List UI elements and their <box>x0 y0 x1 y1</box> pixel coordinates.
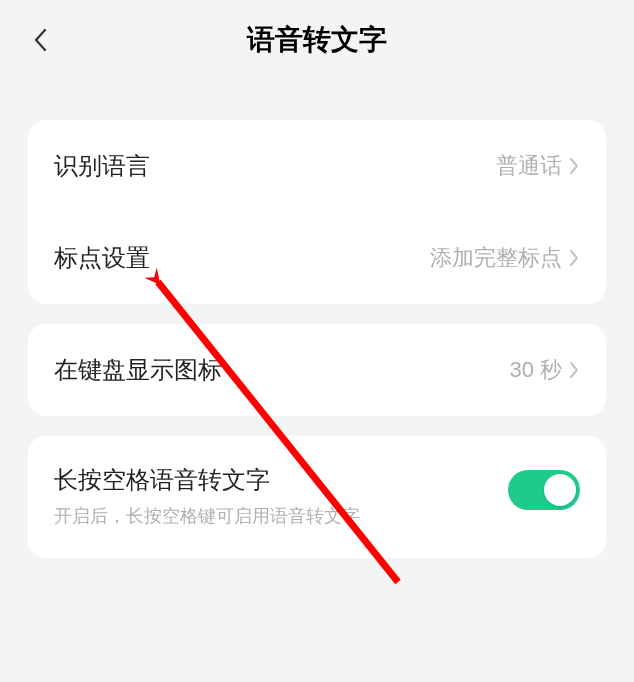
toggle-switch[interactable] <box>508 470 580 510</box>
settings-group-3: 长按空格语音转文字 开启后，长按空格键可启用语音转文字 <box>28 436 606 558</box>
row-label: 识别语言 <box>54 150 496 182</box>
row-label: 在键盘显示图标 <box>54 354 509 386</box>
row-punctuation-settings[interactable]: 标点设置 添加完整标点 <box>28 212 606 304</box>
row-value: 普通话 <box>496 151 562 181</box>
row-value: 添加完整标点 <box>430 243 562 273</box>
settings-group-2: 在键盘显示图标 30 秒 <box>28 324 606 416</box>
toggle-subtitle: 开启后，长按空格键可启用语音转文字 <box>54 504 508 528</box>
chevron-right-icon <box>568 156 580 176</box>
row-value: 30 秒 <box>509 355 562 385</box>
chevron-right-icon <box>568 248 580 268</box>
row-longpress-space-voice: 长按空格语音转文字 开启后，长按空格键可启用语音转文字 <box>28 436 606 558</box>
row-keyboard-icon-display[interactable]: 在键盘显示图标 30 秒 <box>28 324 606 416</box>
row-recognition-language[interactable]: 识别语言 普通话 <box>28 120 606 212</box>
chevron-right-icon <box>568 360 580 380</box>
settings-group-1: 识别语言 普通话 标点设置 添加完整标点 <box>28 120 606 304</box>
back-button[interactable] <box>24 24 56 56</box>
switch-knob <box>544 474 576 506</box>
page-title: 语音转文字 <box>24 21 610 59</box>
toggle-title: 长按空格语音转文字 <box>54 464 508 496</box>
row-label: 标点设置 <box>54 242 430 274</box>
chevron-left-icon <box>33 28 47 52</box>
toggle-texts: 长按空格语音转文字 开启后，长按空格键可启用语音转文字 <box>54 464 508 528</box>
header: 语音转文字 <box>0 0 634 80</box>
